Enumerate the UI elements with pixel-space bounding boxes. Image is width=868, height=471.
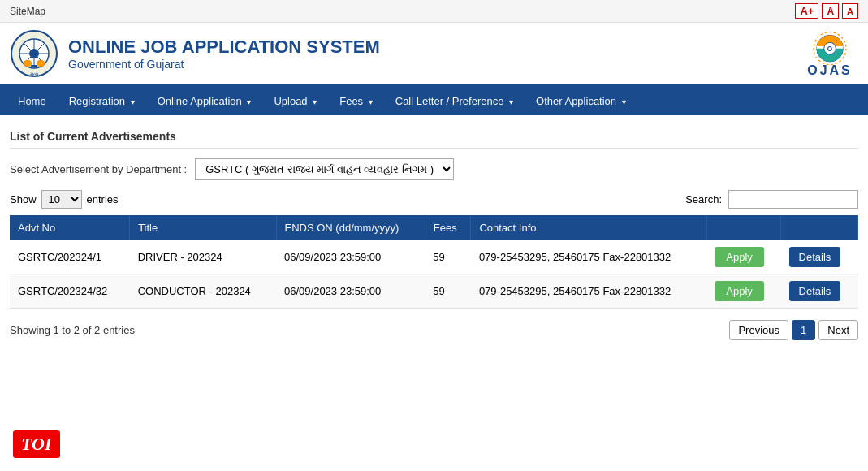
- chevron-down-icon: ▾: [369, 97, 373, 106]
- col-ends-on: ENDS ON (dd/mm/yyyy): [276, 215, 425, 240]
- cell-apply: Apply: [706, 274, 780, 309]
- pagination: Previous 1 Next: [729, 320, 858, 340]
- table-controls: Show 10 entries Search:: [10, 190, 858, 209]
- navbar: Home Registration ▾ Online Application ▾…: [0, 87, 868, 115]
- pagination-row: Showing 1 to 2 of 2 entries Previous 1 N…: [10, 317, 858, 344]
- chevron-down-icon: ▾: [622, 97, 626, 106]
- font-medium-button[interactable]: A: [822, 3, 839, 19]
- next-button[interactable]: Next: [818, 320, 858, 340]
- nav-fees[interactable]: Fees ▾: [328, 87, 384, 115]
- filter-row: Select Advertisement by Department : GSR…: [10, 158, 858, 180]
- col-contact: Contact Info.: [471, 215, 706, 240]
- nav-other-application[interactable]: Other Application ▾: [525, 87, 637, 115]
- svg-text:સત્ય: સત્ય: [30, 71, 39, 76]
- showing-text: Showing 1 to 2 of 2 entries: [10, 324, 135, 336]
- cell-apply: Apply: [706, 240, 780, 274]
- details-button[interactable]: Details: [789, 281, 841, 301]
- cell-details: Details: [781, 274, 858, 309]
- department-select[interactable]: GSRTC ( ગુજરાત રાજ્ય માર્ગ વાહન વ્યવહાર …: [195, 158, 454, 180]
- ojas-logo: O OJAS: [801, 29, 858, 78]
- ojas-text-label: OJAS: [807, 63, 853, 78]
- table-header-row: Advt No Title ENDS ON (dd/mm/yyyy) Fees …: [10, 215, 858, 240]
- filter-label: Select Advertisement by Department :: [10, 163, 187, 175]
- cell-fees: 59: [425, 240, 471, 274]
- search-input[interactable]: [728, 190, 858, 209]
- details-button[interactable]: Details: [789, 247, 841, 267]
- chevron-down-icon: ▾: [509, 97, 513, 106]
- cell-advt-no: GSRTC/202324/1: [10, 240, 130, 274]
- cell-fees: 59: [425, 274, 471, 309]
- apply-button[interactable]: Apply: [715, 281, 764, 301]
- col-advt-no: Advt No: [10, 215, 130, 240]
- section-title: List of Current Advertisements: [10, 125, 858, 149]
- page-1-button[interactable]: 1: [792, 320, 815, 340]
- nav-upload[interactable]: Upload ▾: [262, 87, 328, 115]
- app-subtitle: Government of Gujarat: [68, 58, 380, 71]
- main-content: List of Current Advertisements Select Ad…: [0, 115, 868, 353]
- app-title: ONLINE JOB APPLICATION SYSTEM: [68, 37, 380, 58]
- entries-label: entries: [87, 193, 119, 205]
- cell-ends-on: 06/09/2023 23:59:00: [276, 240, 425, 274]
- chevron-down-icon: ▾: [313, 97, 317, 106]
- font-small-button[interactable]: A: [842, 3, 858, 19]
- chevron-down-icon: ▾: [247, 97, 251, 106]
- chevron-down-icon: ▾: [131, 97, 135, 106]
- font-size-controls: A+ A A: [795, 3, 858, 19]
- emblem-logo: સત્ય: [10, 29, 58, 78]
- col-action1: [706, 215, 780, 240]
- advertisements-table: Advt No Title ENDS ON (dd/mm/yyyy) Fees …: [10, 215, 858, 309]
- cell-contact: 079-25453295, 25460175 Fax-22801332: [471, 274, 706, 309]
- header-title: ONLINE JOB APPLICATION SYSTEM Government…: [68, 37, 380, 71]
- col-fees: Fees: [425, 215, 471, 240]
- table-row: GSRTC/202324/1 DRIVER - 202324 06/09/202…: [10, 240, 858, 274]
- col-action2: [781, 215, 858, 240]
- previous-button[interactable]: Previous: [729, 320, 788, 340]
- cell-title: DRIVER - 202324: [130, 240, 276, 274]
- font-large-button[interactable]: A+: [795, 3, 818, 19]
- entries-select[interactable]: 10: [41, 190, 82, 209]
- svg-rect-9: [31, 65, 37, 67]
- header: સત્ય ONLINE JOB APPLICATION SYSTEM Gover…: [0, 23, 868, 87]
- search-box: Search:: [685, 190, 858, 209]
- show-entries: Show 10 entries: [10, 190, 119, 209]
- search-label: Search:: [685, 193, 722, 205]
- apply-button[interactable]: Apply: [715, 247, 764, 267]
- svg-text:O: O: [827, 45, 832, 53]
- nav-call-letter[interactable]: Call Letter / Preference ▾: [384, 87, 525, 115]
- col-title: Title: [130, 215, 276, 240]
- sitemap-link[interactable]: SiteMap: [10, 6, 45, 17]
- header-left: સત્ય ONLINE JOB APPLICATION SYSTEM Gover…: [10, 29, 380, 78]
- cell-contact: 079-25453295, 25460175 Fax-22801332: [471, 240, 706, 274]
- nav-home[interactable]: Home: [6, 87, 58, 115]
- top-bar: SiteMap A+ A A: [0, 0, 868, 23]
- show-label: Show: [10, 193, 37, 205]
- svg-point-7: [24, 60, 32, 67]
- table-row: GSRTC/202324/32 CONDUCTOR - 202324 06/09…: [10, 274, 858, 309]
- cell-title: CONDUCTOR - 202324: [130, 274, 276, 309]
- nav-online-application[interactable]: Online Application ▾: [146, 87, 263, 115]
- cell-ends-on: 06/09/2023 23:59:00: [276, 274, 425, 309]
- cell-details: Details: [781, 240, 858, 274]
- cell-advt-no: GSRTC/202324/32: [10, 274, 130, 309]
- svg-point-8: [37, 60, 45, 67]
- nav-registration[interactable]: Registration ▾: [58, 87, 146, 115]
